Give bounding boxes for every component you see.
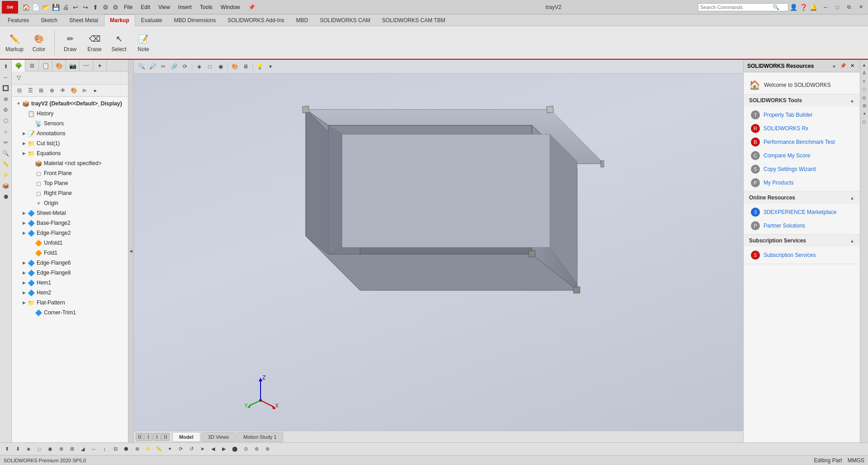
tab-features[interactable]: Features: [2, 14, 35, 26]
rp-item-sw-rx[interactable]: R SOLIDWORKS Rx: [744, 122, 860, 135]
rp-item-partner[interactable]: P Partner Solutions: [744, 219, 860, 232]
tree-root-expander[interactable]: ▼: [15, 101, 22, 106]
flatpattern-expander[interactable]: ▶: [21, 300, 27, 305]
lip-btn-6[interactable]: ⬡: [1, 116, 11, 126]
tree-item-hem2[interactable]: ▶ 🔷 Hem2: [12, 288, 128, 298]
tree-item-cornertrim1[interactable]: 🔷 Corner-Trim1: [12, 308, 128, 318]
rp-item-compare[interactable]: C Compare My Score: [744, 149, 860, 162]
bt-btn-6[interactable]: ⊕: [56, 444, 66, 454]
ft-btn-arrow[interactable]: ⊳: [80, 85, 90, 95]
tree-item-sheetmetal[interactable]: ▶ 🔷 Sheet-Metal: [12, 208, 128, 218]
rp-pin-icon[interactable]: 📌: [839, 62, 847, 70]
tree-item-annotations[interactable]: ▶ 📝 Annotations: [12, 128, 128, 138]
edgeflange8-expander[interactable]: ▶: [21, 270, 27, 275]
vt-view-orient[interactable]: ◈: [194, 62, 204, 71]
bt-btn-5[interactable]: ◉: [45, 444, 55, 454]
rp-item-property-tab[interactable]: T Property Tab Builder: [744, 108, 860, 122]
tree-item-topplane[interactable]: ◻ Top Plane: [12, 178, 128, 188]
lip-btn-13[interactable]: ⬢: [1, 192, 11, 202]
tree-root[interactable]: ▼ 📦 trayV2 {Default<<Default>_Display}: [12, 99, 128, 109]
bt-btn-21[interactable]: ▶: [219, 444, 229, 454]
rp-section-online-header[interactable]: Online Resources ▲: [744, 192, 860, 204]
qa-cursor[interactable]: ⬆: [90, 2, 100, 12]
maximize-button[interactable]: □: [832, 3, 843, 12]
rp-item-benchmark[interactable]: B Performance Benchmark Test: [744, 135, 860, 149]
fp-tab-custom[interactable]: ✦: [93, 60, 107, 71]
lip-btn-5[interactable]: ⚙: [1, 105, 11, 115]
sheetmetal-expander[interactable]: ▶: [21, 211, 27, 215]
qa-home[interactable]: 🏠: [21, 2, 31, 12]
bt-btn-14[interactable]: ⚡: [143, 444, 153, 454]
ft-btn-eye[interactable]: 👁: [58, 85, 68, 95]
help-icon[interactable]: ❓: [798, 2, 808, 12]
rp-item-my-products[interactable]: P My Products: [744, 176, 860, 190]
menu-file[interactable]: File: [120, 3, 136, 11]
ribbon-btn-note[interactable]: 📝 Note: [133, 29, 154, 56]
vt-display-mode[interactable]: 🖥: [241, 62, 251, 71]
edge-btn-2[interactable]: A: [861, 70, 868, 76]
restore-down-button[interactable]: ⧉: [844, 3, 854, 12]
bt-btn-23[interactable]: ⊙: [241, 444, 251, 454]
vt-cut[interactable]: ✂: [158, 62, 168, 71]
rp-item-3dexp[interactable]: 3 3DEXPERIENCE Marketplace: [744, 205, 860, 219]
bt-btn-16[interactable]: ✦: [165, 444, 175, 454]
ft-btn-filter[interactable]: ▽: [14, 73, 24, 83]
qa-open[interactable]: 📂: [41, 2, 51, 12]
edge-btn-8[interactable]: ⬡: [861, 119, 868, 125]
tree-item-baseflange2[interactable]: ▶ 🔷 Base-Flange2: [12, 218, 128, 228]
ft-filter-icon[interactable]: ⊟: [14, 85, 24, 95]
edge-btn-5[interactable]: ◎: [861, 94, 868, 100]
menu-insert[interactable]: Insert: [175, 3, 195, 11]
bt-btn-cursor[interactable]: ⬆: [2, 444, 12, 454]
tab-sw-cam[interactable]: SOLIDWORKS CAM: [314, 14, 376, 26]
edge-btn-6[interactable]: ⊞: [861, 102, 868, 109]
qa-redo[interactable]: ↪: [81, 2, 90, 12]
qa-rebuild[interactable]: ⚙: [100, 2, 110, 12]
ribbon-btn-color[interactable]: 🎨 Color: [28, 29, 50, 56]
user-icon[interactable]: 👤: [788, 2, 798, 12]
tree-item-history[interactable]: 📋 History: [12, 109, 128, 119]
qa-undo[interactable]: ↩: [71, 2, 81, 12]
ribbon-btn-markup[interactable]: ✏️ Markup: [4, 29, 25, 56]
bt-btn-8[interactable]: ◢: [78, 444, 88, 454]
bt-btn-10[interactable]: ↕: [100, 444, 109, 454]
qa-print[interactable]: 🖨: [61, 2, 71, 12]
rp-section-subscription-header[interactable]: Subscription Services ▲: [744, 235, 860, 247]
tree-item-edgeflange8[interactable]: ▶ 🔷 Edge-Flange8: [12, 268, 128, 278]
bt-btn-24[interactable]: ⊚: [251, 444, 261, 454]
rp-section-sw-tools-header[interactable]: SOLIDWORKS Tools ▲: [744, 95, 860, 106]
vt-lights[interactable]: 💡: [255, 62, 265, 71]
menu-help[interactable]: 📌: [245, 3, 259, 11]
bt-btn-2[interactable]: ⬇: [13, 444, 23, 454]
tab-sketch[interactable]: Sketch: [35, 14, 63, 26]
bt-btn-9[interactable]: ↔: [89, 444, 99, 454]
tree-item-equations[interactable]: ▶ 📁 Equations: [12, 148, 128, 158]
baseflange2-expander[interactable]: ▶: [21, 221, 27, 225]
rp-close-icon[interactable]: ✕: [848, 62, 856, 70]
tab-nav-last[interactable]: ⟩⟩: [161, 433, 170, 441]
search-commands-box[interactable]: 🔍: [698, 3, 788, 11]
ribbon-btn-draw[interactable]: ✏ Draw: [59, 29, 81, 56]
bt-btn-17[interactable]: ⟳: [175, 444, 185, 454]
tree-item-rightplane[interactable]: ◻ Right Plane: [12, 188, 128, 198]
fp-tab-config[interactable]: 📋: [39, 60, 52, 71]
minimize-button[interactable]: ─: [820, 3, 831, 12]
vt-link[interactable]: 🔗: [169, 62, 179, 71]
qa-save[interactable]: 💾: [51, 2, 61, 12]
notification-icon[interactable]: 🔔: [808, 2, 818, 12]
tab-markup[interactable]: Markup: [104, 14, 135, 26]
tree-item-frontplane[interactable]: ◻ Front Plane: [12, 168, 128, 178]
tab-nav-first[interactable]: ⟨⟨: [136, 433, 144, 441]
fp-tab-display[interactable]: 🎨: [52, 60, 66, 71]
tab-mbd-dimensions[interactable]: MBD Dimensions: [168, 14, 222, 26]
tree-item-material[interactable]: 📦 Material <not specified>: [12, 158, 128, 168]
vt-display-style[interactable]: 🎨: [230, 62, 240, 71]
tree-item-unfold1[interactable]: 🔶 Unfold1: [12, 238, 128, 248]
menu-edit[interactable]: Edit: [137, 3, 154, 11]
btab-motion1[interactable]: Motion Study 1: [237, 432, 283, 442]
feature-panel-collapse[interactable]: ◀: [128, 60, 134, 442]
vt-view-box[interactable]: □: [205, 62, 215, 71]
tab-mbd[interactable]: MBD: [290, 14, 314, 26]
ft-btn-list[interactable]: ☰: [25, 85, 35, 95]
lip-btn-9[interactable]: 🔍: [1, 148, 11, 158]
